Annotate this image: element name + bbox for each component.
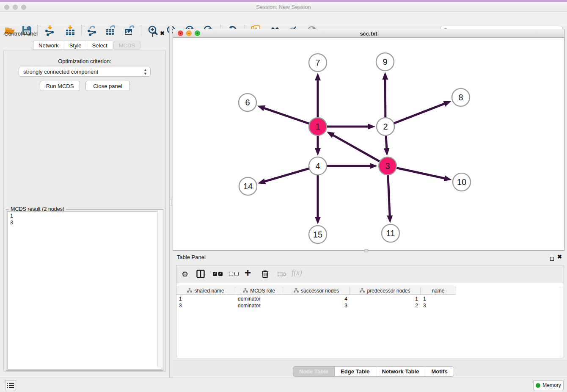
column-type-icon — [187, 288, 192, 293]
vertical-splitter[interactable] — [169, 26, 172, 378]
column-header-mcds-role[interactable]: MCDS role — [235, 287, 283, 295]
column-label: shared name — [194, 288, 224, 294]
horizontal-splitter-handle[interactable] — [364, 249, 368, 252]
table-toolbar: ⚙ ✓✓ + f(x) — [176, 265, 564, 283]
import-network-icon[interactable] — [44, 25, 55, 36]
memory-status-icon — [536, 383, 540, 388]
splitter-handle[interactable] — [170, 199, 172, 206]
optimization-criterion-dropdown[interactable]: strongly connected component ▲▼ — [19, 67, 151, 77]
add-icon[interactable]: + — [245, 266, 251, 279]
chevron-up-down-icon: ▲▼ — [143, 68, 147, 76]
table-tabs-strip: Node Table Edge Table Network Table Moti… — [173, 361, 567, 377]
control-panel-close-icon[interactable]: ✖ — [160, 30, 165, 36]
table-header-row: shared name MCDS role successor nodes pr… — [176, 287, 456, 295]
graph-node-label-6: 6 — [245, 98, 250, 107]
network-canvas[interactable]: 7968124314101511 — [173, 38, 564, 250]
column-type-icon — [360, 288, 365, 293]
table-row[interactable]: 3 dominator 3 2 3 — [176, 302, 456, 309]
graph[interactable]: 7968124314101511 — [173, 38, 564, 250]
toolbar-separator — [141, 25, 141, 36]
graph-edge-2-8[interactable] — [385, 104, 445, 127]
graph-node-label-7: 7 — [315, 58, 320, 67]
column-label: successor nodes — [301, 288, 339, 294]
tab-mcds[interactable]: MCDS — [113, 41, 140, 50]
graph-node-label-15: 15 — [313, 230, 322, 239]
column-header-name[interactable]: name — [421, 287, 456, 295]
cell-mcds-role[interactable]: dominator — [235, 295, 283, 302]
column-label: name — [432, 288, 444, 294]
control-panel-tabs: Network Style Select MCDS — [33, 41, 140, 50]
tab-network-table[interactable]: Network Table — [376, 366, 425, 377]
memory-label: Memory — [542, 382, 561, 388]
close-panel-button[interactable]: Close panel — [85, 81, 130, 91]
run-mcds-button[interactable]: Run MCDS — [40, 81, 80, 91]
export-image-icon[interactable] — [124, 25, 135, 36]
graph-node-label-11: 11 — [386, 229, 395, 238]
window-titlebar: Session: New Session — [0, 2, 567, 12]
table-scrollbar[interactable] — [560, 287, 564, 358]
graph-edge-3-1[interactable] — [333, 135, 388, 166]
tab-select[interactable]: Select — [87, 41, 113, 50]
tab-style[interactable]: Style — [64, 41, 87, 50]
cell-predecessor-nodes[interactable]: 1 — [350, 295, 421, 302]
table-panel-box: ⚙ ✓✓ + f(x) shared name MCDS role succes… — [176, 265, 564, 358]
function-icon: f(x) — [292, 268, 302, 277]
network-window: × − + scc.txt 7968124314101511 — [173, 29, 564, 251]
main-toolbar — [0, 12, 567, 26]
cell-shared-name[interactable]: 3 — [176, 302, 235, 309]
column-header-predecessor-nodes[interactable]: predecessor nodes — [350, 287, 421, 295]
select-all-checkboxes-icon[interactable]: ✓✓ — [213, 272, 223, 276]
tab-node-table[interactable]: Node Table — [293, 366, 334, 377]
column-header-shared-name[interactable]: shared name — [176, 287, 235, 295]
trash-icon[interactable] — [261, 270, 269, 280]
delete-column-icon — [277, 271, 286, 279]
import-table-icon[interactable] — [65, 25, 76, 36]
column-header-successor-nodes[interactable]: successor nodes — [283, 287, 350, 295]
cell-mcds-role[interactable]: dominator — [235, 302, 283, 309]
mcds-result-scrollbar[interactable] — [157, 210, 162, 367]
column-type-icon — [243, 288, 248, 293]
graph-node-label-10: 10 — [457, 177, 466, 187]
tab-edge-table[interactable]: Edge Table — [334, 366, 375, 377]
column-label: predecessor nodes — [367, 288, 410, 294]
tab-motifs[interactable]: Motifs — [425, 366, 454, 377]
graph-node-label-1: 1 — [315, 122, 320, 131]
dropdown-value: strongly connected component — [23, 69, 98, 75]
graph-node-label-14: 14 — [243, 182, 253, 191]
columns-icon[interactable] — [196, 270, 205, 280]
table-panel-close-icon[interactable]: ✖ — [557, 254, 562, 260]
gear-icon[interactable]: ⚙ — [182, 270, 188, 279]
graph-node-label-2: 2 — [383, 122, 388, 131]
export-table-icon[interactable] — [105, 25, 116, 36]
deselect-all-checkboxes-icon[interactable] — [229, 272, 239, 276]
cell-predecessor-nodes[interactable]: 2 — [350, 302, 421, 309]
mcds-result-textarea[interactable]: 1 3 — [7, 211, 162, 370]
control-panel-float-icon[interactable] — [152, 31, 156, 39]
table-panel-float-icon[interactable] — [550, 255, 554, 262]
cell-name[interactable]: 3 — [421, 302, 456, 309]
control-panel-title: Control Panel — [4, 30, 38, 37]
cell-shared-name[interactable]: 1 — [176, 295, 235, 302]
cell-name[interactable]: 1 — [421, 295, 456, 302]
window-title: Session: New Session — [0, 4, 567, 10]
mcds-result-groupbox: MCDS result (2 nodes) 1 3 — [6, 209, 163, 371]
memory-button[interactable]: Memory — [533, 380, 564, 390]
table-panel-title: Table Panel — [177, 254, 206, 260]
toolbar-separator — [81, 25, 82, 36]
graph-node-label-3: 3 — [385, 161, 390, 171]
list-icon — [7, 382, 14, 389]
tab-network[interactable]: Network — [33, 41, 64, 50]
optimization-criterion-label: Optimization criterion: — [0, 58, 169, 64]
graph-node-label-4: 4 — [315, 161, 320, 171]
cell-successor-nodes[interactable]: 4 — [283, 295, 350, 302]
network-window-titlebar: × − + scc.txt — [173, 29, 564, 38]
graph-node-label-8: 8 — [458, 93, 463, 102]
status-bar: Memory — [0, 378, 567, 392]
network-window-title: scc.txt — [173, 30, 564, 37]
cell-successor-nodes[interactable]: 3 — [283, 302, 350, 309]
task-history-button[interactable] — [5, 380, 16, 390]
export-network-icon[interactable] — [87, 25, 98, 36]
graph-node-label-9: 9 — [383, 57, 387, 66]
column-type-icon — [294, 288, 299, 293]
table-row[interactable]: 1 dominator 4 1 1 — [176, 295, 456, 302]
